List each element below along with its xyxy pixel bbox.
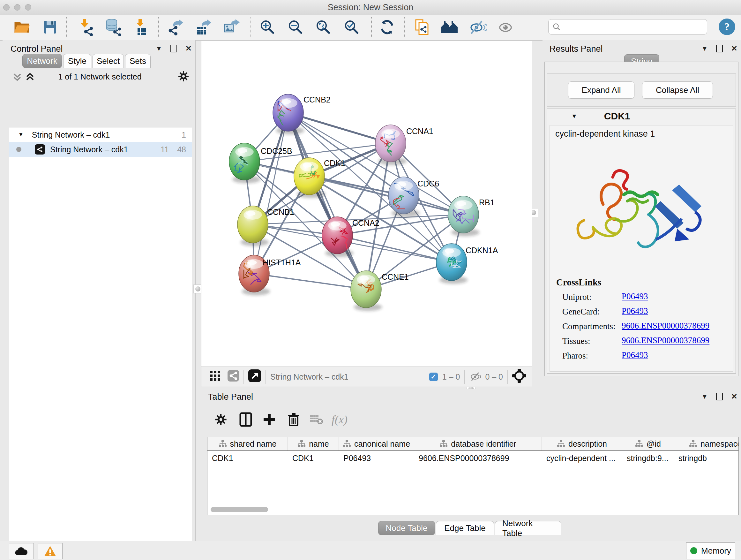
network-node-CCNE1[interactable] <box>351 271 382 311</box>
zoom-fit-button[interactable] <box>314 17 333 37</box>
function-builder-button[interactable]: f(x) <box>329 409 350 430</box>
save-session-button[interactable] <box>41 17 60 37</box>
import-table-button[interactable] <box>132 17 151 37</box>
column-header-description[interactable]: description <box>542 437 622 450</box>
zoom-selected-button[interactable] <box>342 17 361 37</box>
compartments-link[interactable]: 9606.ENSP00000378699 <box>622 321 710 331</box>
help-button[interactable]: ? <box>719 18 735 35</box>
warnings-button[interactable] <box>38 543 63 559</box>
network-node-CDC25B[interactable] <box>229 143 260 183</box>
string-view-button[interactable] <box>227 370 239 383</box>
table-row[interactable]: CDK1CDK1P064939606.ENSP00000378699cyclin… <box>207 451 738 465</box>
houses-icon <box>441 20 459 35</box>
node-table[interactable]: shared namenamecanonical namedatabase id… <box>207 437 739 515</box>
network-graph[interactable]: CCNB2CCNA1CDC25BCDK1CDC6RB1CCNB1CCNA2CDK… <box>201 41 532 366</box>
control-panel: Control Panel ▼ ✕ Network Style Select S… <box>3 40 196 541</box>
network-view-toolbar: String Network – cdk1 ✓ 1 – 0 0 – 0 <box>201 367 532 387</box>
collapse-all-button[interactable]: Collapse All <box>642 81 713 99</box>
column-header-name[interactable]: name <box>288 437 339 450</box>
results-panel-close-button[interactable]: ✕ <box>731 44 738 53</box>
collapse-all-networks-button[interactable] <box>12 71 22 84</box>
refresh-view-button[interactable] <box>378 17 397 37</box>
zoom-out-button[interactable] <box>286 17 305 37</box>
cloud-status-button[interactable] <box>9 543 34 559</box>
tab-network[interactable]: Network <box>22 54 62 68</box>
open-session-button[interactable] <box>12 17 31 37</box>
export-image-button[interactable] <box>221 17 241 37</box>
control-panel-float-button[interactable] <box>171 45 177 52</box>
table-horizontal-scrollbar[interactable] <box>211 507 268 512</box>
tab-sets[interactable]: Sets <box>125 54 151 68</box>
birds-eye-view-button[interactable] <box>512 369 526 385</box>
column-header-database-identifier[interactable]: database identifier <box>414 437 542 450</box>
table-panel-menu-button[interactable]: ▼ <box>701 393 708 400</box>
uniprot-link[interactable]: P06493 <box>622 292 648 301</box>
import-network-button[interactable] <box>77 17 96 37</box>
open-in-new-window-button[interactable] <box>248 369 261 384</box>
table-cell[interactable]: CDK1 <box>288 454 339 463</box>
network-node-RB1[interactable] <box>448 196 479 236</box>
tab-edge-table[interactable]: Edge Table <box>436 521 494 535</box>
table-cell[interactable]: 9606.ENSP00000378699 <box>414 454 542 463</box>
tissues-link[interactable]: 9606.ENSP00000378699 <box>622 335 710 346</box>
selected-nodes-checkbox[interactable]: ✓ <box>429 373 438 381</box>
control-panel-menu-button[interactable]: ▼ <box>156 45 162 52</box>
network-node-CCNB2[interactable] <box>273 94 304 134</box>
table-cell[interactable]: CDK1 <box>207 454 288 463</box>
collection-expander-icon[interactable]: ▼ <box>18 132 23 138</box>
tab-network-table[interactable]: Network Table <box>495 521 561 535</box>
expand-all-networks-button[interactable] <box>25 71 35 84</box>
genecard-link[interactable]: P06493 <box>622 306 648 316</box>
zoom-in-button[interactable] <box>258 17 277 37</box>
tab-select[interactable]: Select <box>92 54 124 68</box>
network-row[interactable]: String Network – cdk1 11 48 <box>9 142 192 157</box>
column-header--id[interactable]: @id <box>622 437 674 450</box>
table-settings-button[interactable] <box>211 409 231 430</box>
add-column-button[interactable] <box>259 409 280 430</box>
grid-view-button[interactable] <box>210 370 220 383</box>
tab-node-table[interactable]: Node Table <box>378 521 435 535</box>
table-cell[interactable]: cyclin-dependent ... <box>542 454 622 463</box>
delete-table-button[interactable] <box>307 409 327 430</box>
control-panel-close-button[interactable]: ✕ <box>185 44 192 53</box>
table-cell[interactable]: stringdb:9... <box>622 454 674 463</box>
network-collection-row[interactable]: ▼ String Network – cdk1 1 <box>9 127 192 142</box>
network-node-CCNA2[interactable] <box>322 217 353 257</box>
network-node-CDK1[interactable] <box>294 158 325 198</box>
clone-network-button[interactable] <box>412 17 431 37</box>
export-network-button[interactable] <box>165 17 185 37</box>
network-node-CDC6[interactable] <box>388 177 420 217</box>
trash-icon <box>287 412 300 427</box>
results-panel-menu-button[interactable]: ▼ <box>701 45 708 52</box>
network-options-gear-button[interactable] <box>178 70 190 84</box>
table-panel-close-button[interactable]: ✕ <box>731 392 738 401</box>
search-input[interactable] <box>561 22 696 32</box>
network-canvas[interactable]: CCNB2CCNA1CDC25BCDK1CDC6RB1CCNB1CCNA2CDK… <box>201 41 532 367</box>
network-node-CCNA1[interactable] <box>375 125 407 165</box>
results-panel-float-button[interactable] <box>716 45 723 52</box>
section-expander-icon[interactable]: ▼ <box>571 113 577 120</box>
network-node-CCNB1[interactable] <box>238 206 269 246</box>
expand-all-button[interactable]: Expand All <box>568 81 634 99</box>
column-header-shared-name[interactable]: shared name <box>207 437 288 450</box>
toolbar-separator <box>404 17 405 37</box>
delete-column-button[interactable] <box>283 409 304 430</box>
memory-button[interactable]: Memory <box>686 543 735 559</box>
pharos-link[interactable]: P06493 <box>622 350 648 360</box>
column-header-namespace[interactable]: namespace <box>674 437 739 450</box>
show-columns-button[interactable] <box>235 409 256 430</box>
hide-graphics-details-button[interactable] <box>468 17 487 37</box>
column-header-canonical-name[interactable]: canonical name <box>339 437 414 450</box>
import-network-from-database-button[interactable] <box>104 17 123 37</box>
crosslink-label: Compartments: <box>562 321 615 331</box>
show-level-of-detail-button[interactable] <box>496 17 516 37</box>
export-table-button[interactable] <box>194 17 213 37</box>
open-browser-button[interactable] <box>441 17 460 37</box>
network-node-CDKN1A[interactable] <box>436 244 468 284</box>
table-cell[interactable]: P06493 <box>339 454 414 463</box>
protein-section-header[interactable]: ▼ CDK1 <box>547 109 735 124</box>
node-label-CCNB1: CCNB1 <box>267 207 294 216</box>
table-cell[interactable]: stringdb <box>674 454 739 463</box>
table-panel-float-button[interactable] <box>716 393 723 400</box>
tab-style[interactable]: Style <box>63 54 91 68</box>
